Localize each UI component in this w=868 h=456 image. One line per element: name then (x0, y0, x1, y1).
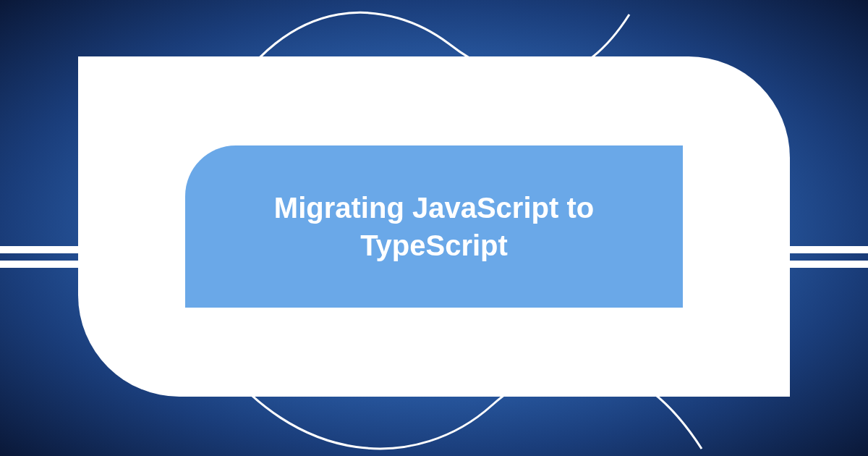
outer-card: Migrating JavaScript to TypeScript (78, 56, 790, 397)
banner-title: Migrating JavaScript to TypeScript (214, 189, 654, 264)
inner-card: Migrating JavaScript to TypeScript (185, 145, 683, 308)
